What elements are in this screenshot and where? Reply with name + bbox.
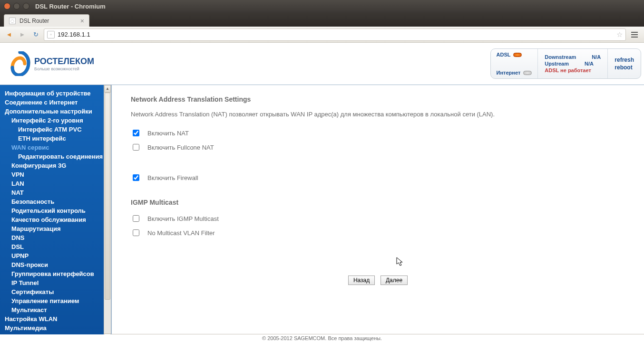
- enable-firewall-label: Включить Firewall: [147, 174, 198, 181]
- main-content: Network Address Translation Settings Net…: [112, 85, 644, 295]
- footer-copyright: © 2005-2012 SAGEMCOM. Все права защищены…: [0, 334, 644, 341]
- page-icon: ▫: [47, 31, 55, 38]
- window-close-button[interactable]: [4, 3, 10, 10]
- sidebar-item[interactable]: DNS-прокси: [2, 260, 111, 269]
- window-minimize-button[interactable]: [13, 3, 20, 10]
- sidebar-item[interactable]: DNS: [2, 233, 111, 242]
- favicon-icon: ◌: [9, 18, 16, 24]
- browser-tabstrip: ◌ DSL Router ×: [0, 12, 644, 27]
- browser-tab[interactable]: ◌ DSL Router ×: [4, 14, 89, 27]
- adsl-warning: ADSL не работает: [545, 67, 601, 73]
- upstream-label: Upstream: [545, 61, 569, 66]
- internet-led-icon: [523, 71, 532, 75]
- reboot-link[interactable]: reboot: [615, 64, 634, 71]
- sidebar-item[interactable]: Настройка WLAN: [2, 314, 111, 323]
- sidebar-item[interactable]: UPNP: [2, 251, 111, 260]
- sidebar-nav: Информация об устройствеСоединение с Инт…: [0, 85, 111, 341]
- sidebar-item[interactable]: VPN: [2, 170, 111, 179]
- nav-reload-button[interactable]: ↻: [30, 29, 41, 40]
- enable-fullcone-label: Включить Fullcone NAT: [147, 144, 214, 151]
- sidebar-item[interactable]: Дополнительные настройки: [2, 107, 111, 116]
- window-title: DSL Router - Chromium: [35, 3, 106, 10]
- sidebar-item[interactable]: Безопасность: [2, 197, 111, 206]
- window-titlebar: DSL Router - Chromium: [0, 0, 644, 12]
- sidebar-item[interactable]: ETH интерфейс: [2, 134, 111, 143]
- nav-back-button[interactable]: ◄: [4, 29, 14, 40]
- sidebar-item[interactable]: Конфигурация 3G: [2, 161, 111, 170]
- enable-nat-label: Включить NAT: [147, 130, 189, 137]
- next-button[interactable]: Далее: [381, 276, 408, 285]
- no-multicast-vlan-label: No Multicast VLAN Filter: [147, 229, 215, 237]
- downstream-value: N/A: [588, 54, 601, 60]
- enable-firewall-checkbox[interactable]: [133, 174, 139, 181]
- sidebar-item[interactable]: Редактировать соединения: [2, 152, 111, 161]
- sidebar-item[interactable]: Интерфейс 2-го уровня: [2, 116, 111, 125]
- sidebar-item[interactable]: Маршрутизация: [2, 224, 111, 233]
- brand-name: РОСТЕЛЕКОМ: [34, 57, 94, 66]
- bookmark-star-icon[interactable]: ☆: [616, 30, 623, 39]
- router-header: РОСТЕЛЕКОМ Больше возможностей ADSL Инте…: [0, 43, 644, 85]
- sidebar-scrollbar[interactable]: ▲ ▼: [104, 85, 111, 341]
- logo-mark-icon: [10, 51, 30, 76]
- window-maximize-button[interactable]: [23, 3, 29, 10]
- nat-heading: Network Address Translation Settings: [131, 95, 625, 103]
- sidebar-item[interactable]: Родительский контроль: [2, 206, 111, 215]
- refresh-link[interactable]: refresh: [615, 57, 634, 63]
- enable-igmp-checkbox[interactable]: [133, 215, 139, 222]
- back-button[interactable]: Назад: [348, 276, 375, 285]
- sidebar-item[interactable]: Сертификаты: [2, 287, 111, 296]
- sidebar-item[interactable]: NAT: [2, 188, 111, 197]
- upstream-value: N/A: [581, 61, 594, 66]
- sidebar-item[interactable]: Качество обслуживания: [2, 215, 111, 224]
- scroll-up-arrow[interactable]: ▲: [104, 85, 111, 93]
- status-panel: ADSL Интернет DownstreamN/A UpstreamN/A …: [490, 48, 642, 79]
- nav-forward-button[interactable]: ►: [17, 29, 28, 40]
- nat-description: Network Address Translation (NAT) позвол…: [131, 111, 625, 118]
- downstream-label: Downstream: [545, 54, 576, 60]
- brand-slogan: Больше возможностей: [34, 66, 94, 71]
- sidebar-item[interactable]: Мультимедиа: [2, 323, 111, 332]
- sidebar-item[interactable]: DSL: [2, 242, 111, 251]
- sidebar-item[interactable]: Интерфейс ATM PVC: [2, 125, 111, 134]
- sidebar-item[interactable]: Соединение с Интернет: [2, 98, 111, 107]
- enable-fullcone-checkbox[interactable]: [133, 144, 139, 151]
- adsl-label: ADSL: [497, 52, 511, 57]
- sidebar-item[interactable]: Информация об устройстве: [2, 89, 111, 98]
- scrollbar-thumb[interactable]: [105, 93, 110, 300]
- sidebar-item[interactable]: Управление питанием: [2, 296, 111, 305]
- sidebar-item[interactable]: Мультикаст: [2, 305, 111, 314]
- sidebar-item[interactable]: LAN: [2, 179, 111, 188]
- tab-close-button[interactable]: ×: [80, 17, 84, 25]
- enable-igmp-label: Включить IGMP Multicast: [147, 215, 219, 222]
- sidebar-item[interactable]: IP Tunnel: [2, 278, 111, 287]
- url-text: 192.168.1.1: [58, 31, 614, 38]
- igmp-heading: IGMP Multicast: [131, 199, 625, 206]
- brand-logo: РОСТЕЛЕКОМ Больше возможностей: [10, 51, 94, 76]
- sidebar-item[interactable]: WAN сервис: [2, 143, 111, 152]
- url-bar[interactable]: ▫ 192.168.1.1 ☆: [44, 28, 626, 41]
- no-multicast-vlan-checkbox[interactable]: [133, 229, 139, 236]
- enable-nat-checkbox[interactable]: [133, 130, 139, 136]
- browser-menu-button[interactable]: [629, 29, 640, 40]
- tab-title: DSL Router: [20, 18, 49, 24]
- browser-navbar: ◄ ► ↻ ▫ 192.168.1.1 ☆: [0, 27, 644, 43]
- adsl-led-icon: [513, 53, 522, 57]
- sidebar-item[interactable]: Группировка интерфейсов: [2, 269, 111, 278]
- internet-label: Интернет: [497, 70, 521, 76]
